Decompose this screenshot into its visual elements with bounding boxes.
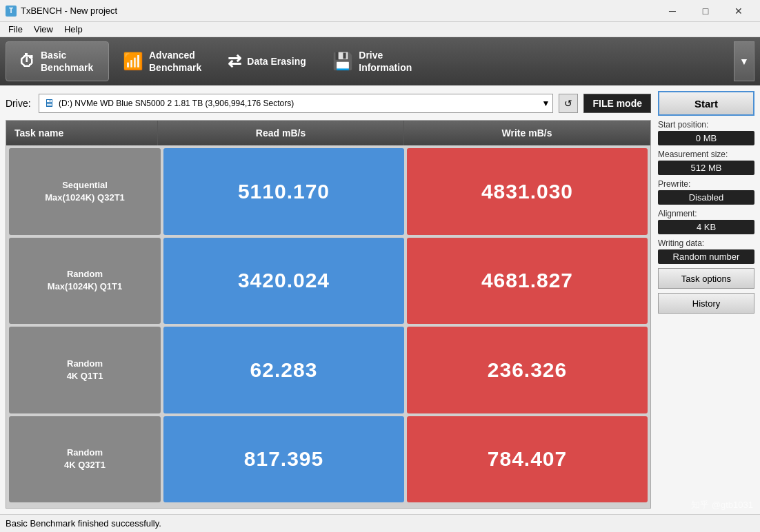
row-label-0: SequentialMax(1024K) Q32T1 xyxy=(9,148,161,235)
header-write: Write mB/s xyxy=(404,121,650,145)
table-row: RandomMax(1024K) Q1T1 3420.024 4681.827 xyxy=(9,238,648,325)
header-read: Read mB/s xyxy=(158,121,404,145)
row-write-1: 4681.827 xyxy=(407,238,648,325)
main-content: Drive: 🖥 (D:) NVMe WD Blue SN5000 2 1.81… xyxy=(0,85,760,514)
row-read-1: 3420.024 xyxy=(163,238,404,325)
left-panel: Drive: 🖥 (D:) NVMe WD Blue SN5000 2 1.81… xyxy=(6,91,651,509)
toolbar: ⏱ BasicBenchmark 📶 AdvancedBenchmark ⇄ D… xyxy=(0,37,760,85)
measurement-size-label: Measurement size: xyxy=(658,150,754,159)
table-header: Task name Read mB/s Write mB/s xyxy=(6,121,650,145)
data-erasing-label: Data Erasing xyxy=(247,55,306,68)
menu-file[interactable]: File xyxy=(3,23,28,36)
drive-select[interactable]: 🖥 (D:) NVMe WD Blue SN5000 2 1.81 TB (3,… xyxy=(39,94,553,113)
basic-benchmark-icon: ⏱ xyxy=(19,52,35,71)
writing-data-value: Random number xyxy=(658,249,754,264)
basic-benchmark-label: BasicBenchmark xyxy=(41,49,93,74)
drive-row: Drive: 🖥 (D:) NVMe WD Blue SN5000 2 1.81… xyxy=(6,91,651,116)
prewrite-value: Disabled xyxy=(658,190,754,205)
prewrite-label: Prewrite: xyxy=(658,179,754,189)
row-label-3: Random4K Q32T1 xyxy=(9,416,161,503)
row-write-2: 236.326 xyxy=(407,327,648,413)
menu-help[interactable]: Help xyxy=(59,23,88,36)
status-text: Basic Benchmark finished successfully. xyxy=(6,518,161,529)
close-button[interactable]: ✕ xyxy=(723,1,754,21)
tab-basic-benchmark[interactable]: ⏱ BasicBenchmark xyxy=(6,41,109,81)
drive-select-inner: 🖥 (D:) NVMe WD Blue SN5000 2 1.81 TB (3,… xyxy=(43,97,548,110)
status-bar: Basic Benchmark finished successfully. xyxy=(0,514,760,532)
alignment-section: Alignment: 4 KB xyxy=(658,209,754,234)
tab-data-erasing[interactable]: ⇄ Data Erasing xyxy=(215,41,319,81)
row-read-0: 5110.170 xyxy=(163,148,404,235)
drive-refresh-button[interactable]: ↺ xyxy=(559,94,578,113)
table-row: SequentialMax(1024K) Q32T1 5110.170 4831… xyxy=(9,148,648,235)
drive-label: Drive: xyxy=(6,98,33,109)
data-erasing-icon: ⇄ xyxy=(228,52,241,71)
tab-advanced-benchmark[interactable]: 📶 AdvancedBenchmark xyxy=(110,41,214,81)
alignment-value: 4 KB xyxy=(658,220,754,234)
drive-information-label: DriveInformation xyxy=(359,49,412,74)
row-label-2: Random4K Q1T1 xyxy=(9,327,161,413)
start-position-value: 0 MB xyxy=(658,131,754,145)
maximize-button[interactable]: □ xyxy=(690,1,721,21)
drive-information-icon: 💾 xyxy=(332,52,353,71)
drive-icon: 🖥 xyxy=(43,97,54,110)
table-body: SequentialMax(1024K) Q32T1 5110.170 4831… xyxy=(6,145,650,508)
minimize-button[interactable]: ─ xyxy=(657,1,688,21)
advanced-benchmark-icon: 📶 xyxy=(123,52,143,71)
row-read-2: 62.283 xyxy=(163,327,404,413)
row-write-0: 4831.030 xyxy=(407,148,648,235)
start-position-section: Start position: 0 MB xyxy=(658,120,754,145)
table-row: Random4K Q32T1 817.395 784.407 xyxy=(9,416,648,503)
alignment-label: Alignment: xyxy=(658,209,754,218)
menu-view[interactable]: View xyxy=(28,23,59,36)
table-row: Random4K Q1T1 62.283 236.326 xyxy=(9,327,648,413)
benchmark-table: Task name Read mB/s Write mB/s Sequentia… xyxy=(6,120,651,509)
menu-bar: File View Help xyxy=(0,22,760,37)
drive-value: (D:) NVMe WD Blue SN5000 2 1.81 TB (3,90… xyxy=(59,99,294,108)
measurement-size-section: Measurement size: 512 MB xyxy=(658,150,754,175)
app-icon: T xyxy=(6,6,17,17)
row-label-1: RandomMax(1024K) Q1T1 xyxy=(9,238,161,325)
measurement-size-value: 512 MB xyxy=(658,161,754,175)
window-controls: ─ □ ✕ xyxy=(657,1,754,21)
start-button[interactable]: Start xyxy=(658,91,754,116)
writing-data-section: Writing data: Random number xyxy=(658,238,754,264)
row-write-3: 784.407 xyxy=(407,416,648,503)
prewrite-section: Prewrite: Disabled xyxy=(658,179,754,205)
toolbar-dropdown-button[interactable]: ▼ xyxy=(734,41,754,81)
right-panel: Start Start position: 0 MB Measurement s… xyxy=(658,91,754,509)
refresh-icon: ↺ xyxy=(564,98,572,109)
title-bar: T TxBENCH - New project ─ □ ✕ xyxy=(0,0,760,22)
window-title: TxBENCH - New project xyxy=(21,6,117,16)
start-position-label: Start position: xyxy=(658,120,754,130)
tab-drive-information[interactable]: 💾 DriveInformation xyxy=(320,41,424,81)
task-options-button[interactable]: Task options xyxy=(658,268,754,289)
advanced-benchmark-label: AdvancedBenchmark xyxy=(149,49,201,74)
row-read-3: 817.395 xyxy=(163,416,404,503)
history-button[interactable]: History xyxy=(658,293,754,314)
drive-select-arrow-icon: ▼ xyxy=(542,99,550,108)
header-task-name: Task name xyxy=(6,121,158,145)
file-mode-button[interactable]: FILE mode xyxy=(583,94,651,113)
writing-data-label: Writing data: xyxy=(658,238,754,248)
